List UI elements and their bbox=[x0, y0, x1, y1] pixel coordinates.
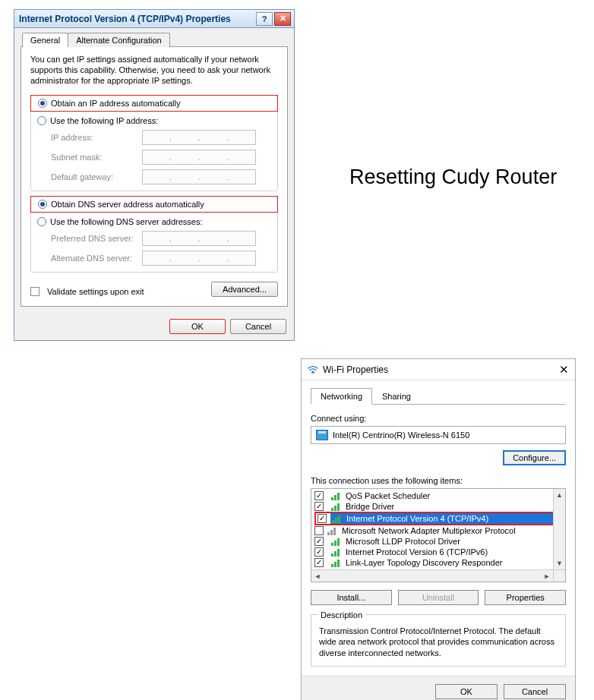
network-icon bbox=[331, 558, 342, 567]
checkbox-icon bbox=[30, 287, 39, 296]
configure-button[interactable]: Configure... bbox=[503, 450, 566, 465]
list-item-label: Internet Protocol Version 6 (TCP/IPv6) bbox=[346, 547, 488, 557]
ok-button[interactable]: OK bbox=[169, 319, 226, 334]
label-alternate-dns: Alternate DNS server: bbox=[51, 254, 142, 263]
radio-label: Obtain an IP address automatically bbox=[51, 99, 180, 108]
scroll-up-icon[interactable]: ▲ bbox=[554, 489, 566, 501]
dialog-titlebar: Internet Protocol Version 4 (TCP/IPv4) P… bbox=[14, 10, 294, 28]
connection-items-list: QoS Packet SchedulerBridge DriverInterne… bbox=[311, 488, 566, 582]
tab-panel-general: You can get IP settings assigned automat… bbox=[21, 46, 288, 307]
scrollbar-corner bbox=[553, 569, 565, 582]
tab-alternate-configuration[interactable]: Alternate Configuration bbox=[68, 33, 170, 47]
network-icon bbox=[331, 537, 342, 546]
tab-networking[interactable]: Networking bbox=[311, 388, 372, 405]
dialog-title: Wi-Fi Properties bbox=[323, 364, 388, 375]
radio-use-dns[interactable]: Use the following DNS server addresses: bbox=[37, 217, 271, 226]
ip-address-group: Obtain an IP address automatically Use t… bbox=[30, 95, 278, 191]
advanced-button[interactable]: Advanced... bbox=[211, 282, 278, 297]
checkbox-icon[interactable] bbox=[314, 491, 324, 500]
radio-label: Use the following DNS server addresses: bbox=[50, 217, 203, 226]
network-icon bbox=[331, 502, 342, 511]
scrollbar-vertical[interactable]: ▲ ▼ bbox=[553, 489, 565, 569]
help-button[interactable]: ? bbox=[256, 12, 273, 26]
label-subnet-mask: Subnet mask: bbox=[51, 153, 142, 162]
list-item[interactable]: Microsoft LLDP Protocol Driver bbox=[311, 536, 565, 547]
wifi-properties-dialog: Wi-Fi Properties ✕ Networking Sharing Co… bbox=[301, 358, 576, 700]
radio-icon bbox=[38, 200, 47, 209]
tab-general[interactable]: General bbox=[22, 33, 68, 47]
description-legend: Description bbox=[318, 610, 365, 620]
wifi-icon bbox=[308, 364, 318, 375]
label-ip-address: IP address: bbox=[51, 133, 142, 142]
install-button[interactable]: Install... bbox=[311, 590, 392, 605]
checkbox-icon[interactable] bbox=[314, 526, 324, 535]
description-text: Transmission Control Protocol/Internet P… bbox=[319, 626, 555, 657]
radio-obtain-dns-auto[interactable]: Obtain DNS server address automatically bbox=[30, 196, 278, 213]
description-box: Description Transmission Control Protoco… bbox=[311, 614, 566, 667]
label-connect-using: Connect using: bbox=[311, 414, 566, 423]
network-icon bbox=[331, 547, 342, 557]
checkbox-icon[interactable] bbox=[314, 558, 324, 567]
input-default-gateway[interactable]: ... bbox=[142, 169, 256, 184]
list-item-label: Internet Protocol Version 4 (TCP/IPv4) bbox=[346, 514, 488, 523]
list-item-label: Bridge Driver bbox=[346, 502, 394, 511]
network-icon bbox=[327, 526, 338, 535]
label-preferred-dns: Preferred DNS server: bbox=[51, 234, 142, 243]
label-items: This connection uses the following items… bbox=[311, 476, 566, 485]
radio-use-ip[interactable]: Use the following IP address: bbox=[37, 116, 271, 125]
scroll-left-icon[interactable]: ◄ bbox=[311, 570, 324, 582]
checkbox-icon[interactable] bbox=[314, 537, 324, 546]
radio-icon bbox=[37, 217, 46, 226]
dialog-titlebar: Wi-Fi Properties ✕ bbox=[302, 359, 575, 380]
tab-sharing[interactable]: Sharing bbox=[372, 388, 421, 405]
list-item-label: QoS Packet Scheduler bbox=[346, 491, 430, 500]
list-item[interactable]: QoS Packet Scheduler bbox=[311, 490, 565, 501]
checkbox-validate-settings[interactable]: Validate settings upon exit bbox=[30, 287, 144, 296]
uninstall-button[interactable]: Uninstall bbox=[398, 590, 479, 605]
checkbox-icon[interactable] bbox=[314, 502, 324, 511]
ipv4-properties-dialog: Internet Protocol Version 4 (TCP/IPv4) P… bbox=[14, 9, 295, 341]
adapter-icon bbox=[316, 430, 328, 440]
list-item[interactable]: Link-Layer Topology Discovery Responder bbox=[311, 557, 565, 568]
ok-button[interactable]: OK bbox=[435, 684, 498, 699]
network-icon bbox=[332, 514, 343, 523]
close-button[interactable]: ✕ bbox=[274, 12, 291, 26]
page-heading: Resetting Cudy Router bbox=[349, 166, 557, 189]
cancel-button[interactable]: Cancel bbox=[230, 319, 286, 334]
input-alternate-dns[interactable]: ... bbox=[142, 251, 256, 266]
dialog-title: Internet Protocol Version 4 (TCP/IPv4) P… bbox=[19, 14, 231, 24]
scrollbar-horizontal[interactable]: ◄ ► bbox=[311, 569, 553, 582]
list-item[interactable]: Internet Protocol Version 6 (TCP/IPv6) bbox=[311, 547, 565, 557]
input-ip-address[interactable]: ... bbox=[142, 130, 256, 145]
radio-obtain-ip-auto[interactable]: Obtain an IP address automatically bbox=[30, 95, 278, 112]
list-item[interactable]: Microsoft Network Adapter Multiplexor Pr… bbox=[311, 525, 565, 536]
radio-icon bbox=[38, 99, 47, 108]
adapter-name: Intel(R) Centrino(R) Wireless-N 6150 bbox=[333, 430, 469, 440]
scroll-right-icon[interactable]: ► bbox=[541, 570, 553, 582]
input-subnet-mask[interactable]: ... bbox=[142, 150, 256, 165]
scroll-down-icon[interactable]: ▼ bbox=[554, 557, 566, 569]
input-preferred-dns[interactable]: ... bbox=[142, 231, 256, 246]
close-button[interactable]: ✕ bbox=[559, 363, 569, 377]
radio-label: Obtain DNS server address automatically bbox=[51, 200, 204, 209]
list-item-label: Microsoft LLDP Protocol Driver bbox=[346, 537, 460, 546]
dns-group: Obtain DNS server address automatically … bbox=[30, 196, 278, 273]
list-item[interactable]: Bridge Driver bbox=[311, 501, 565, 512]
adapter-box: Intel(R) Centrino(R) Wireless-N 6150 bbox=[311, 426, 566, 444]
properties-button[interactable]: Properties bbox=[485, 590, 566, 605]
checkbox-label: Validate settings upon exit bbox=[47, 287, 144, 296]
radio-label: Use the following IP address: bbox=[50, 116, 158, 125]
label-default-gateway: Default gateway: bbox=[51, 172, 142, 181]
radio-icon bbox=[37, 116, 46, 125]
description-text: You can get IP settings assigned automat… bbox=[30, 55, 278, 86]
network-icon bbox=[331, 491, 342, 500]
cancel-button[interactable]: Cancel bbox=[504, 684, 566, 699]
checkbox-icon[interactable] bbox=[318, 514, 327, 523]
checkbox-icon[interactable] bbox=[314, 547, 324, 557]
list-item-selected[interactable]: Internet Protocol Version 4 (TCP/IPv4) bbox=[314, 512, 562, 525]
list-item-label: Link-Layer Topology Discovery Responder bbox=[346, 558, 502, 567]
list-item-label: Microsoft Network Adapter Multiplexor Pr… bbox=[342, 526, 516, 535]
